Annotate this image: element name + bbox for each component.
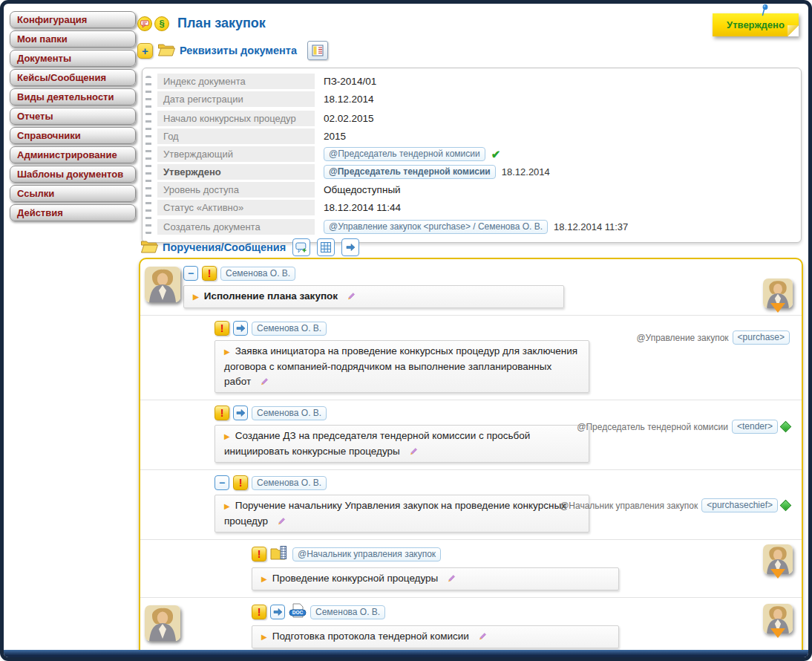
sidebar-item-directories[interactable]: Справочники [10,127,136,144]
collapse-button[interactable]: − [215,475,229,490]
forward-button[interactable] [341,238,359,256]
priority-icon: ! [202,266,217,281]
folder-icon [140,239,158,256]
task-bar[interactable]: ▶Исполнение плана закупок [183,285,564,308]
grid-icon [321,242,331,253]
document-header: § План закупок [137,16,266,31]
field-value: 02.02.2015 [315,111,374,126]
edit-pencil-icon[interactable] [445,573,456,583]
task-title: Подготовка протокола тендерной комисии [272,631,469,642]
edit-pencil-icon[interactable] [407,446,418,456]
author-chip[interactable]: @Начальник управления закупок [292,547,441,561]
recipient-avatar [763,544,793,579]
approval-date: 18.12.2014 [502,166,550,178]
author-chip[interactable]: Семенова О. В. [310,605,385,619]
sidebar-item-reports[interactable]: Отчеты [10,108,136,125]
sent-arrow-icon [233,321,248,336]
status-diamond-icon [780,500,792,512]
sidebar-item-administration[interactable]: Администрирование [10,146,136,163]
add-message-button[interactable] [292,238,310,256]
task-bar[interactable]: ▶Заявка инициатора на проведение конкурс… [215,340,589,393]
sidebar-item-my-folders[interactable]: Мои папки [10,30,136,48]
author-chip[interactable]: Семенова О. В. [252,406,327,420]
field-label: Дата регистрации [157,91,315,107]
field-value: ПЗ-2014/01 [315,74,376,89]
tasks-panel: − ! Семенова О. В. ▶Исполнение плана зак… [139,258,803,661]
edit-pencil-icon[interactable] [258,376,269,386]
task-title: Создание ДЗ на председателя тендерной ко… [224,430,530,457]
arrow-down-icon [770,628,785,638]
tasks-section-head: Поручения/Сообщения [140,238,359,256]
comment-icon[interactable] [137,16,152,31]
sidebar-item-doc-templates[interactable]: Шаблоны документов [10,166,136,183]
task-row: ! Семенова О. В. ▶Заявка инициатора на п… [140,315,802,400]
main-area: § План закупок Утверждено + [136,4,805,650]
sent-arrow-icon [270,605,285,619]
recipient-code-chip[interactable]: <tender> [732,420,778,434]
field-value: Общедоступный [315,182,401,198]
field-label: Начало конкурсных процедур [157,111,315,126]
field-row: Утверждающий @Председатель тендерной ком… [157,146,795,162]
recipient-info: @Начальник управления закупок <purchasec… [560,498,790,512]
bullet-icon: ▶ [261,575,267,583]
recipient-code-chip[interactable]: <purchasechief> [701,498,778,512]
status-diamond-icon [780,421,792,433]
bullet-icon: ▶ [193,293,199,301]
recipient-avatar [763,604,793,638]
collapse-button[interactable]: − [183,266,198,281]
author-photo [145,267,180,302]
field-row: Начало конкурсных процедур 02.02.2015 [157,111,795,126]
approved-sticky-note[interactable]: Утверждено [713,13,799,36]
person-chip[interactable]: @Председатель тендерной комисии [324,147,485,161]
edit-pencil-icon[interactable] [275,515,286,526]
field-label: Уровень доступа [157,182,315,198]
edit-pencil-icon[interactable] [477,631,487,641]
author-photo [145,605,180,641]
recipient-name: @Начальник управления закупок [560,501,698,511]
recipient-code-chip[interactable]: <purchase> [733,330,790,345]
sidebar-item-documents[interactable]: Документы [10,50,136,67]
arrow-right-icon [346,243,356,252]
comment-add-icon [295,242,307,253]
page-title: План закупок [177,16,266,31]
field-row: Год 2015 [157,128,795,144]
field-value: 18.12.2014 11:44 [315,200,401,215]
task-bar[interactable]: ▶Проведение конкурсной процедуры [252,567,619,590]
sidebar-item-actions[interactable]: Действия [10,204,136,221]
app-window: Конфигурация Мои папки Документы Кейсы/С… [0,0,812,661]
task-title: Проведение конкурсной процедуры [272,573,439,584]
sidebar-item-links[interactable]: Ссылки [10,185,136,202]
paragraph-icon[interactable]: § [154,16,169,31]
svg-text:DOC: DOC [292,610,304,615]
recipient-name: @Председатель тендерной комисии [577,422,728,432]
task-bar[interactable]: ▶Создание ДЗ на председателя тендерной к… [215,425,589,463]
sidebar-item-configuration[interactable]: Конфигурация [10,11,136,28]
creation-datetime: 18.12.2014 11:37 [554,221,628,232]
bullet-icon: ▶ [224,432,230,440]
requisites-panel: Индекс документа ПЗ-2014/01 Дата регистр… [142,68,802,243]
author-chip[interactable]: Семенова О. В. [252,476,327,490]
sidebar-item-activities[interactable]: Виды деятельности [10,88,136,105]
task-row: ! DOC Семенова О. В. ▶Подготовка пр [140,597,802,655]
field-label: Индекс документа [157,74,315,89]
task-bar[interactable]: ▶Поручение начальнику Управления закупок… [215,495,589,533]
add-button[interactable]: + [137,43,153,59]
field-label: Статус «Активно» [157,200,315,215]
approved-sticky-label[interactable]: Утверждено [713,13,799,36]
author-chip[interactable]: Семенова О. В. [220,267,295,281]
bullet-icon: ▶ [261,633,267,641]
author-chip[interactable]: Семенова О. В. [252,322,327,336]
doc-attachment-icon: DOC [289,603,307,621]
creator-chip[interactable]: @Управление закупок <purchase> / Семенов… [324,220,548,234]
task-row: − ! Семенова О. В. ▶Исполнение плана зак… [140,261,802,315]
tasks-section-title: Поручения/Сообщения [163,241,286,253]
requisites-section-title: Реквизиты документа [180,45,297,56]
person-chip[interactable]: @Председатель тендерной комисии [324,165,496,179]
sidebar-item-cases-messages[interactable]: Кейсы/Сообщения [10,69,136,86]
table-view-button[interactable] [317,238,335,256]
task-title: Исполнение плана закупок [204,290,338,302]
registration-journal-button[interactable] [307,41,328,60]
edit-pencil-icon[interactable] [345,290,356,301]
task-title: Заявка инициатора на проведение конкурсн… [224,345,577,387]
task-bar[interactable]: ▶Подготовка протокола тендерной комисии [252,625,619,648]
